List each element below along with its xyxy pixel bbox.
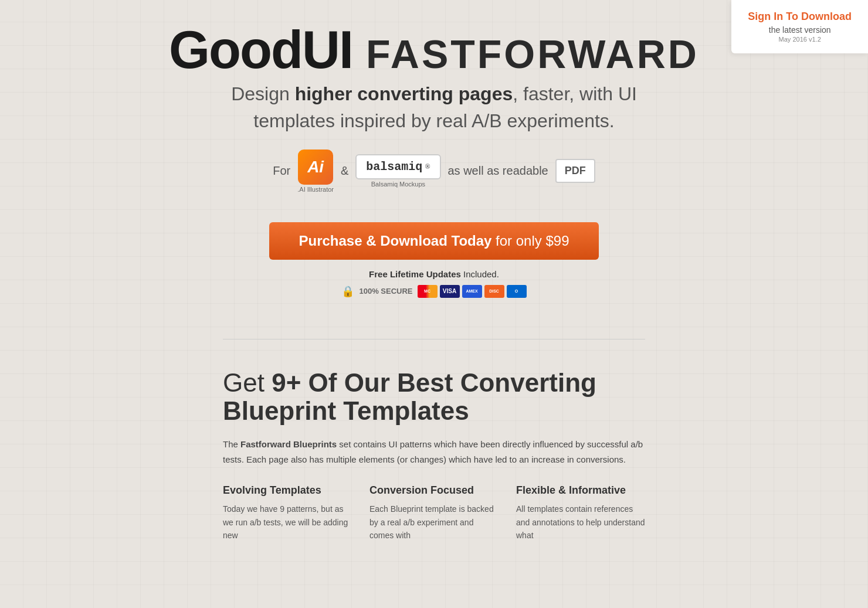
feature-title-1: Conversion Focused [369,484,499,497]
section-divider [223,339,645,339]
balsamiq-deg: ® [425,162,430,171]
signin-box: Sign In To Download the latest version M… [731,0,868,53]
features-grid: Evolving Templates Today we have 9 patte… [223,484,645,542]
cta-button[interactable]: Purchase & Download Today for only $99 [269,222,598,260]
feature-col-flexible: Flexible & Informative All templates con… [516,484,645,542]
cta-wrapper: Purchase & Download Today for only $99 [123,210,745,269]
heading-bold: 9+ Of Our Best Converting Blueprint Temp… [223,368,596,425]
intro-part1: The [223,439,240,449]
ai-logo-wrapper: Ai .AI Illustrator [297,150,334,193]
ai-label: .AI Illustrator [297,186,334,193]
balsamiq-label: Balsamiq Mockups [371,181,425,188]
free-updates: Free Lifetime Updates Included. [123,269,745,279]
amex-icon: AMEX [462,285,482,298]
feature-desc-1: Each Blueprint template is backed by a r… [369,502,499,542]
intro-bold: Fastforward Blueprints [240,439,337,449]
balsamiq-logo: balsamiq® [355,154,440,179]
heading-prefix: Get [223,368,272,397]
balsamiq-logo-wrapper: balsamiq® Balsamiq Mockups [355,154,440,188]
mastercard-icon: MC [418,285,438,298]
visa-icon: VISA [440,285,460,298]
brand-good: GoodUI [169,21,352,79]
balsamiq-text: balsamiq [366,160,422,174]
section-intro: The Fastforward Blueprints set contains … [223,437,645,467]
card-icons: MC VISA AMEX DISC O [418,285,527,298]
cta-bold: Purchase & Download Today [299,233,491,249]
lock-icon: 🔒 [341,285,354,298]
brand-title: GoodUI FASTFORWARD [123,23,745,76]
discover-icon: DISC [484,285,504,298]
blueprints-section: Get 9+ Of Our Best Converting Blueprint … [211,357,657,566]
tagline-line2: templates inspired by real A/B experimen… [123,110,745,132]
signin-link[interactable]: Sign In To Download [748,11,852,23]
amp: & [341,164,348,178]
cta-light: for only $99 [491,233,569,249]
tagline-line1: Design higher converting pages, faster, … [123,82,745,107]
section-heading: Get 9+ Of Our Best Converting Blueprint … [223,369,645,426]
signin-subtitle: the latest version [748,25,852,35]
as-well-text: as well as readable [448,164,548,178]
free-updates-rest: Included. [461,269,499,279]
feature-title-2: Flexible & Informative [516,484,645,497]
for-section: For Ai .AI Illustrator & balsamiq® Balsa… [123,150,745,193]
signin-version: May 2016 v1.2 [748,36,852,43]
feature-desc-0: Today we have 9 patterns, but as we run … [223,502,352,542]
for-label: For [273,164,290,178]
ai-logo: Ai [298,150,333,185]
tagline-part2: , faster, with UI [513,83,637,104]
other-card-icon: O [507,285,527,298]
feature-col-evolving: Evolving Templates Today we have 9 patte… [223,484,352,542]
brand-fastforward: FASTFORWARD [366,32,699,76]
feature-desc-2: All templates contain references and ann… [516,502,645,542]
tagline-part1: Design [231,83,295,104]
feature-title-0: Evolving Templates [223,484,352,497]
tagline-bold: higher converting pages [295,83,513,104]
pdf-box: PDF [555,159,595,183]
secure-section: 🔒 100% SECURE MC VISA AMEX DISC O [123,285,745,298]
free-updates-bold: Free Lifetime Updates [369,269,461,279]
feature-col-conversion: Conversion Focused Each Blueprint templa… [369,484,499,542]
secure-text: 100% SECURE [359,287,412,295]
hero-section: GoodUI FASTFORWARD Design higher convert… [111,0,757,321]
